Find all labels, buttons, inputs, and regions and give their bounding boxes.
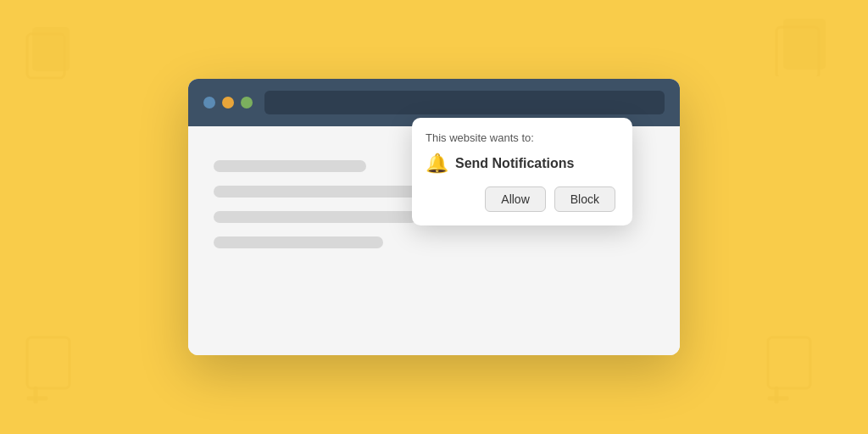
bg-icon-top-left [25,25,76,92]
notification-popup: This website wants to: 🔔 Send Notificati… [412,118,632,225]
bell-icon: 🔔 [426,153,448,175]
browser-window: This website wants to: 🔔 Send Notificati… [188,79,680,355]
notification-text: Send Notifications [455,156,574,171]
bg-icon-bottom-left [25,336,85,417]
popup-title: This website wants to: [426,131,615,144]
popup-actions: Allow Block [426,186,615,212]
popup-notification-row: 🔔 Send Notifications [426,153,615,175]
svg-rect-4 [27,337,70,388]
maximize-button[interactable] [241,97,253,108]
bg-icon-bottom-right [766,336,826,417]
browser-content: This website wants to: 🔔 Send Notificati… [188,126,680,355]
content-line [214,236,383,248]
close-button[interactable] [203,97,215,108]
svg-rect-7 [768,337,810,388]
content-line [214,160,366,172]
content-line [214,211,417,223]
minimize-button[interactable] [222,97,234,108]
traffic-lights [203,97,253,108]
bg-icon-top-right [775,17,834,90]
address-bar[interactable] [264,91,665,114]
allow-button[interactable]: Allow [485,186,545,212]
block-button[interactable]: Block [554,186,615,212]
